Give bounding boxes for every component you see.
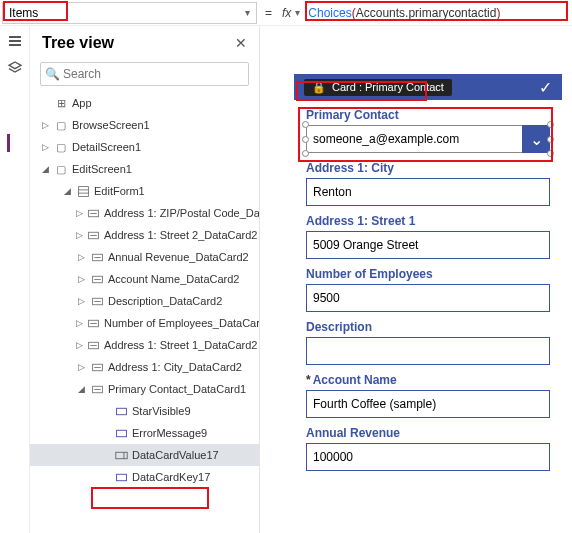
canvas: 🔒 Card : Primary Contact ✓ Primary Conta… [260,26,572,533]
field-label: Number of Employees [306,267,550,281]
chevron-down-icon[interactable]: ▾ [295,7,300,18]
tree-label: Address 1: Street 2_DataCard2 [104,229,257,241]
svg-rect-11 [116,430,126,437]
tree-label: DataCardValue17 [132,449,219,461]
card-title: Card : Primary Contact [332,81,444,93]
description-input[interactable] [306,337,550,365]
screen-icon: ▢ [54,162,68,176]
card-icon [87,316,100,330]
tree-node[interactable]: ▷Annual Revenue_DataCard2 [30,246,259,268]
svg-rect-13 [116,474,126,481]
field-primary-contact: Primary Contact someone_a@example.com ⌄ [306,108,550,153]
tree-view-panel: Tree view ✕ 🔍 ⊞App ▷▢BrowseScreen1 ▷▢Det… [30,26,260,533]
tree-node[interactable]: StarVisible9 [30,400,259,422]
tree-view-icon[interactable] [7,60,23,80]
field-label: Address 1: City [306,161,550,175]
tree-label: EditForm1 [94,185,145,197]
check-icon[interactable]: ✓ [539,78,552,97]
tree-node[interactable]: ▷Address 1: Street 2_DataCard2 [30,224,259,246]
tree-node-form[interactable]: ◢EditForm1 [30,180,259,202]
field-value: Renton [313,185,352,199]
card-icon [90,360,104,374]
hamburger-icon[interactable] [9,34,21,48]
tree-label: Address 1: ZIP/Postal Code_DataCard2 [104,207,259,219]
screen-icon: ▢ [54,118,68,132]
tree-view-title: Tree view [42,34,114,52]
close-icon[interactable]: ✕ [235,35,247,51]
city-input[interactable]: Renton [306,178,550,206]
employees-input[interactable]: 9500 [306,284,550,312]
formula-bar[interactable]: Choices(Accounts.primarycontactid) [304,6,504,20]
control-icon [114,426,128,440]
tree-node[interactable]: ErrorMessage9 [30,422,259,444]
lock-icon: 🔒 [312,81,326,94]
card-icon [90,272,104,286]
card-icon [87,338,100,352]
field-value: 100000 [313,450,353,464]
field-label: Address 1: Street 1 [306,214,550,228]
field-account-name: *Account Name Fourth Coffee (sample) [306,373,550,418]
card-icon [87,228,100,242]
card-icon [87,206,100,220]
field-value: 9500 [313,291,340,305]
app-icon: ⊞ [54,96,68,110]
tree-node-browse[interactable]: ▷▢BrowseScreen1 [30,114,259,136]
fx-label: fx ▾ [278,6,304,20]
tree-label: StarVisible9 [132,405,191,417]
primary-contact-combo[interactable]: someone_a@example.com ⌄ [306,125,550,153]
tree-label: EditScreen1 [72,163,132,175]
chevron-down-icon[interactable]: ⌄ [522,125,550,153]
fx-icon: fx [282,6,291,20]
tree-label: App [72,97,92,109]
tree-label: Annual Revenue_DataCard2 [108,251,249,263]
field-label: Primary Contact [306,108,550,122]
field-street1: Address 1: Street 1 5009 Orange Street [306,214,550,259]
tree-node[interactable]: ▷Description_DataCard2 [30,290,259,312]
svg-rect-10 [116,408,126,415]
tree: ⊞App ▷▢BrowseScreen1 ▷▢DetailScreen1 ◢▢E… [30,92,259,533]
left-rail [0,26,30,533]
street1-input[interactable]: 5009 Orange Street [306,231,550,259]
tree-node[interactable]: ▷Account Name_DataCard2 [30,268,259,290]
formula-fn: Choices [308,6,351,20]
property-select[interactable]: Items ▾ [2,2,257,24]
field-value: Fourth Coffee (sample) [313,397,436,411]
field-annual-revenue: Annual Revenue 100000 [306,426,550,471]
svg-rect-0 [78,186,88,196]
account-name-input[interactable]: Fourth Coffee (sample) [306,390,550,418]
card-header: 🔒 Card : Primary Contact ✓ [294,74,562,100]
control-icon [114,470,128,484]
tree-node-edit[interactable]: ◢▢EditScreen1 [30,158,259,180]
field-label: *Account Name [306,373,550,387]
form-icon [76,184,90,198]
screen-icon: ▢ [54,140,68,154]
tree-label: Number of Employees_DataCard2 [104,317,259,329]
formula-arg: Accounts.primarycontactid [356,6,497,20]
tree-label: Account Name_DataCard2 [108,273,239,285]
field-label: Annual Revenue [306,426,550,440]
tree-label: DataCardKey17 [132,471,210,483]
search-input[interactable] [40,62,249,86]
field-value: someone_a@example.com [313,132,459,146]
card-icon [90,382,104,396]
tree-node[interactable]: ◢Primary Contact_DataCard1 [30,378,259,400]
combo-icon [114,448,128,462]
tree-node-app[interactable]: ⊞App [30,92,259,114]
field-label: Description [306,320,550,334]
tree-node[interactable]: ▷Address 1: Street 1_DataCard2 [30,334,259,356]
tree-node[interactable]: ▷Number of Employees_DataCard2 [30,312,259,334]
tree-label: Primary Contact_DataCard1 [108,383,246,395]
tree-node-selected[interactable]: DataCardValue17 [30,444,259,466]
tree-node[interactable]: ▷Address 1: City_DataCard2 [30,356,259,378]
property-name: Items [9,6,245,20]
tree-label: Address 1: Street 1_DataCard2 [104,339,257,351]
field-value: 5009 Orange Street [313,238,418,252]
tree-label: Address 1: City_DataCard2 [108,361,242,373]
tree-label: BrowseScreen1 [72,119,150,131]
field-employees: Number of Employees 9500 [306,267,550,312]
form-body: Primary Contact someone_a@example.com ⌄ … [294,100,562,520]
annual-revenue-input[interactable]: 100000 [306,443,550,471]
tree-node-detail[interactable]: ▷▢DetailScreen1 [30,136,259,158]
tree-node[interactable]: DataCardKey17 [30,466,259,488]
tree-node[interactable]: ▷Address 1: ZIP/Postal Code_DataCard2 [30,202,259,224]
